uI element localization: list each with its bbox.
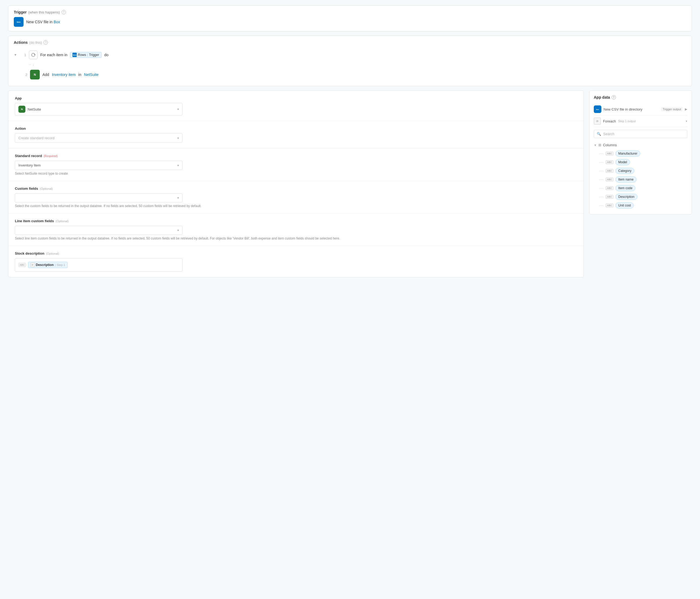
actions-sublabel: (do this) bbox=[29, 41, 42, 45]
foreach-row[interactable]: ⟳ Foreach Step 1 output ▾ bbox=[594, 116, 687, 127]
app-data-help-icon[interactable]: ? bbox=[611, 95, 616, 99]
connector-line bbox=[599, 205, 603, 206]
col-tag-description[interactable]: Description bbox=[616, 194, 638, 200]
action-prefix: Add bbox=[43, 72, 49, 77]
columns-header[interactable]: ▼ ⊞ Columns bbox=[594, 141, 687, 149]
abc-badge-item_code: ABC bbox=[606, 186, 613, 190]
custom-fields-select[interactable]: ▾ bbox=[15, 193, 182, 202]
box-app-icon: box bbox=[14, 17, 24, 27]
abc-badge-item_name: ABC bbox=[606, 178, 613, 181]
custom-fields-label: Custom fields bbox=[15, 186, 38, 191]
actions-help-icon[interactable]: ? bbox=[44, 40, 48, 45]
loop-tag-label: Rows bbox=[78, 53, 86, 57]
csv-source-label: New CSV file in directory bbox=[603, 107, 659, 111]
svg-text:box: box bbox=[596, 109, 599, 110]
inventory-item-link[interactable]: Inventory item bbox=[52, 72, 76, 77]
stock-desc-optional: (Optional) bbox=[46, 252, 59, 255]
csv-source-arrow: ▶ bbox=[685, 107, 687, 111]
loop-tag-separator: | bbox=[87, 53, 88, 56]
loop-step-number: 1 bbox=[21, 53, 26, 57]
columns-list: ABC Manufacturer ABC Model ABC Category … bbox=[594, 149, 687, 210]
trigger-help-icon[interactable]: ? bbox=[61, 10, 66, 14]
loop-prefix: For each item in bbox=[40, 53, 67, 57]
collapse-arrow[interactable]: ▼ bbox=[14, 53, 17, 57]
column-item-item_code[interactable]: ABC Item code bbox=[594, 184, 687, 193]
col-tag-item_code[interactable]: Item code bbox=[616, 185, 636, 191]
stock-desc-step-icon: ⟳ bbox=[30, 263, 35, 267]
custom-fields-hint: Select the custom fields to be returned … bbox=[15, 204, 577, 208]
loop-tag[interactable]: box Rows | Trigger bbox=[70, 52, 101, 58]
col-tag-category[interactable]: Category bbox=[616, 168, 634, 174]
csv-source-row[interactable]: box New CSV file in directory Trigger ou… bbox=[594, 103, 687, 116]
standard-record-required: (Required) bbox=[44, 154, 57, 157]
search-box[interactable]: 🔍 Search bbox=[594, 130, 687, 138]
line-item-chevron: ▾ bbox=[177, 228, 179, 232]
trigger-output-badge: Trigger output bbox=[661, 107, 683, 111]
foreach-label: Foreach bbox=[603, 119, 616, 123]
trigger-box-link[interactable]: Box bbox=[53, 20, 60, 24]
svg-text:N: N bbox=[21, 108, 23, 110]
stock-desc-separator: | bbox=[55, 263, 56, 267]
col-tag-model[interactable]: Model bbox=[616, 159, 630, 165]
loop-tag-trigger: Trigger bbox=[89, 53, 99, 57]
app-netsuite-small-icon: N bbox=[18, 106, 25, 113]
custom-fields-optional: (Optional) bbox=[40, 187, 53, 190]
stock-desc-abc-badge: ABC bbox=[18, 263, 26, 267]
svg-text:box: box bbox=[17, 21, 21, 23]
trigger-sublabel: (when this happens) bbox=[28, 10, 60, 14]
trigger-label: Trigger bbox=[14, 10, 26, 14]
columns-collapse-arrow[interactable]: ▼ bbox=[594, 144, 597, 147]
column-item-item_name[interactable]: ABC Item name bbox=[594, 175, 687, 184]
connector-line bbox=[599, 153, 603, 154]
stock-desc-label: Stock description bbox=[15, 251, 44, 255]
search-icon: 🔍 bbox=[597, 132, 601, 136]
abc-badge-category: ABC bbox=[606, 169, 613, 173]
csv-box-icon: box bbox=[594, 105, 601, 113]
columns-grid-icon: ⊞ bbox=[598, 143, 601, 147]
loop-box-icon: box bbox=[72, 53, 77, 57]
foreach-icon: ⟳ bbox=[594, 118, 601, 125]
search-input[interactable]: Search bbox=[603, 132, 614, 136]
netsuite-link[interactable]: NetSuite bbox=[84, 72, 99, 77]
foreach-sub: Step 1 output bbox=[618, 120, 636, 123]
abc-badge-manufacturer: ABC bbox=[606, 152, 613, 155]
action-config-label: Action bbox=[15, 126, 26, 130]
column-item-description[interactable]: ABC Description bbox=[594, 193, 687, 201]
connector-line bbox=[599, 197, 603, 197]
stock-description-field[interactable]: ABC ⟳ Description | Step 1 bbox=[15, 258, 182, 272]
actions-label: Actions bbox=[14, 40, 28, 45]
standard-record-label: Standard record bbox=[15, 154, 42, 158]
connector-line bbox=[599, 179, 603, 180]
app-select-value: NetSuite bbox=[28, 107, 41, 111]
loop-suffix: do bbox=[104, 53, 109, 57]
app-select-field[interactable]: N NetSuite ▾ bbox=[15, 103, 182, 116]
foreach-dropdown-arrow[interactable]: ▾ bbox=[686, 120, 687, 123]
stock-desc-step: Step 1 bbox=[56, 263, 65, 267]
column-item-category[interactable]: ABC Category bbox=[594, 167, 687, 175]
column-item-model[interactable]: ABC Model bbox=[594, 158, 687, 167]
standard-record-select[interactable]: Inventory Item ▾ bbox=[15, 160, 182, 170]
connector-line bbox=[599, 162, 603, 163]
standard-record-hint: Select NetSuite record type to create bbox=[15, 172, 577, 175]
col-tag-item_name[interactable]: Item name bbox=[616, 176, 637, 182]
line-item-select[interactable]: ▾ bbox=[15, 226, 182, 235]
col-tag-manufacturer[interactable]: Manufacturer bbox=[616, 151, 641, 156]
connector-arrows: → ↓ bbox=[28, 63, 34, 67]
line-item-optional: (Optional) bbox=[55, 220, 68, 223]
custom-fields-chevron: ▾ bbox=[177, 196, 179, 200]
stock-desc-tag-pill[interactable]: ⟳ Description | Step 1 bbox=[28, 261, 68, 268]
app-config-label: App bbox=[15, 96, 22, 100]
column-item-unit_cost[interactable]: ABC Unit cost bbox=[594, 201, 687, 210]
columns-label: Columns bbox=[603, 143, 617, 147]
action-step-number: 2 bbox=[22, 73, 27, 77]
action-select-field[interactable]: Create standard record ▾ bbox=[15, 133, 182, 143]
connector-line bbox=[599, 188, 603, 189]
line-item-label: Line item custom fields bbox=[15, 219, 54, 223]
action-select-chevron: ▾ bbox=[177, 136, 179, 140]
col-tag-unit_cost[interactable]: Unit cost bbox=[616, 202, 634, 208]
stock-desc-tag-label: Description bbox=[36, 263, 54, 267]
app-data-panel: App data ? box New CSV file in directory… bbox=[589, 91, 692, 214]
netsuite-icon: N bbox=[30, 70, 40, 79]
loop-icon[interactable] bbox=[29, 51, 38, 59]
column-item-manufacturer[interactable]: ABC Manufacturer bbox=[594, 149, 687, 158]
